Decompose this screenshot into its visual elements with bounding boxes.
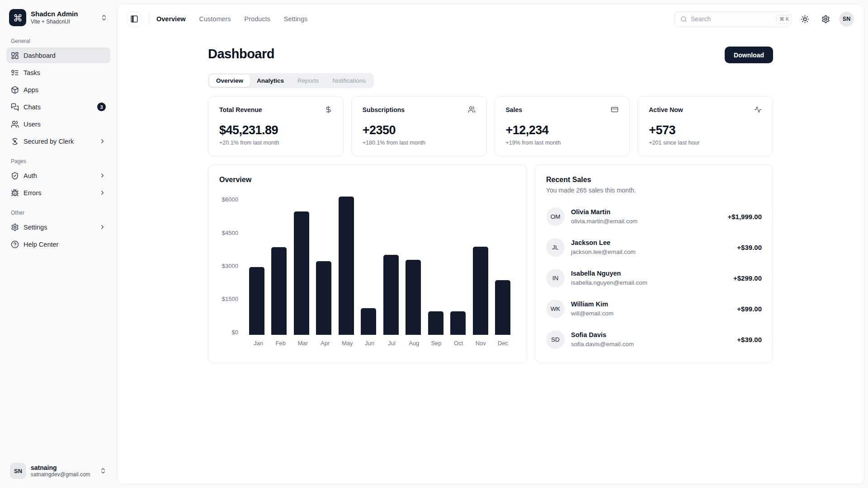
list-item: WK William Kim will@email.com +$99.00	[546, 300, 762, 318]
x-tick: Jul	[381, 340, 403, 347]
sale-customer-email: sofia.davis@email.com	[571, 340, 731, 348]
shield-icon	[11, 172, 19, 180]
x-tick: Jun	[359, 340, 381, 347]
tab-reports[interactable]: Reports	[291, 75, 326, 87]
top-nav-overview[interactable]: Overview	[156, 15, 186, 23]
download-button[interactable]: Download	[725, 47, 773, 63]
users-icon	[11, 120, 19, 128]
avatar: SD	[546, 330, 565, 349]
avatar: OM	[546, 207, 565, 226]
top-bar: Overview Customers Products Settings ⌘ K…	[117, 4, 864, 34]
recent-sales-subtitle: You made 265 sales this month.	[546, 187, 762, 194]
stat-title: Active Now	[649, 106, 683, 113]
stat-title: Total Revenue	[219, 106, 262, 113]
sidebar-item-users[interactable]: Users	[6, 116, 110, 132]
profile-avatar[interactable]: SN	[839, 12, 854, 27]
user-name: satnaing	[31, 464, 95, 472]
sidebar-item-label: Auth	[24, 172, 37, 179]
sidebar-item-apps[interactable]: Apps	[6, 82, 110, 98]
avatar: WK	[546, 300, 565, 318]
x-axis: Jan Feb Mar Apr May Jun Jul Aug Sep Oct …	[245, 340, 516, 347]
bar-jan	[249, 267, 264, 335]
tab-notifications[interactable]: Notifications	[326, 75, 373, 87]
bar-jun	[361, 308, 376, 335]
stat-card-total-revenue: Total Revenue $45,231.89 +20.1% from las…	[208, 96, 344, 156]
stat-value: +12,234	[506, 123, 619, 137]
user-email: satnaingdev@gmail.com	[31, 471, 95, 478]
top-nav-products[interactable]: Products	[245, 15, 270, 23]
sidebar-item-help-center[interactable]: Help Center	[6, 236, 110, 252]
bar-apr	[316, 261, 331, 335]
stat-cards: Total Revenue $45,231.89 +20.1% from las…	[208, 96, 773, 156]
recent-sales-title: Recent Sales	[546, 176, 762, 184]
list-item: JL Jackson Lee jackson.lee@email.com +$3…	[546, 238, 762, 257]
sidebar-toggle-button[interactable]	[127, 12, 142, 26]
sidebar-item-settings[interactable]: Settings	[6, 219, 110, 235]
chevron-right-icon	[99, 138, 106, 145]
users-icon	[468, 106, 476, 113]
sidebar-item-errors[interactable]: Errors	[6, 185, 110, 201]
tab-overview[interactable]: Overview	[209, 75, 250, 87]
command-logo-icon	[9, 9, 26, 26]
list-item: SD Sofia Davis sofia.davis@email.com +$3…	[546, 330, 762, 349]
tab-analytics[interactable]: Analytics	[250, 75, 291, 87]
app-name: Shadcn Admin	[31, 10, 96, 19]
top-nav-customers[interactable]: Customers	[199, 15, 231, 23]
y-tick: $4500	[222, 229, 238, 236]
search-input[interactable]: ⌘ K	[675, 11, 791, 27]
settings-button[interactable]	[818, 12, 833, 26]
avatar: IN	[546, 269, 565, 287]
stat-note: +201 since last hour	[649, 140, 762, 146]
stat-title: Subscriptions	[363, 106, 405, 113]
sidebar-user-menu[interactable]: SN satnaing satnaingdev@gmail.com	[6, 460, 110, 482]
bar-oct	[450, 311, 466, 335]
x-tick: Apr	[314, 340, 336, 347]
x-tick: Feb	[269, 340, 292, 347]
sale-amount: +$299.00	[733, 274, 762, 282]
avatar: JL	[546, 238, 565, 257]
chevron-right-icon	[99, 172, 106, 179]
x-tick: Nov	[470, 340, 492, 347]
sidebar-item-tasks[interactable]: Tasks	[6, 65, 110, 80]
stat-value: $45,231.89	[219, 123, 332, 137]
sidebar-item-chats[interactable]: Chats 3	[6, 99, 110, 115]
stat-note: +20.1% from last month	[219, 140, 332, 146]
bug-icon	[11, 189, 19, 197]
sidebar-item-secured-by-clerk[interactable]: Secured by Clerk	[6, 133, 110, 149]
stat-card-active-now: Active Now +573 +201 since last hour	[637, 96, 773, 156]
gear-icon	[11, 223, 19, 231]
y-tick: $6000	[222, 196, 238, 203]
sidebar-item-label: Users	[24, 121, 41, 128]
sidebar-item-label: Secured by Clerk	[24, 138, 74, 145]
sale-customer-name: Olivia Martin	[571, 208, 722, 216]
page-content: Dashboard Download Overview Analytics Re…	[208, 34, 773, 374]
bar-chart: $6000 $4500 $3000 $1500 $0	[219, 197, 516, 335]
theme-toggle-button[interactable]	[797, 12, 812, 26]
sidebar-item-auth[interactable]: Auth	[6, 168, 110, 183]
bars-plot	[244, 197, 516, 335]
sale-amount: +$99.00	[737, 305, 762, 313]
dollar-icon	[325, 106, 332, 113]
sale-customer-name: William Kim	[571, 300, 731, 309]
panel-left-icon	[130, 15, 138, 23]
stat-title: Sales	[506, 106, 523, 113]
page-title: Dashboard	[208, 47, 274, 61]
sale-customer-email: jackson.lee@email.com	[571, 248, 731, 256]
y-tick: $1500	[222, 296, 238, 302]
sidebar-item-label: Help Center	[24, 241, 58, 248]
bar-dec	[495, 280, 510, 335]
stat-value: +2350	[363, 123, 476, 137]
top-nav-settings[interactable]: Settings	[284, 15, 307, 23]
sidebar-item-dashboard[interactable]: Dashboard	[6, 47, 110, 63]
sidebar-section-other: Other	[11, 210, 106, 216]
stat-card-sales: Sales +12,234 +19% from last month	[495, 96, 630, 156]
search-field[interactable]	[691, 15, 773, 23]
sale-customer-name: Isabella Nguyen	[571, 269, 727, 278]
stat-card-subscriptions: Subscriptions +2350 +180.1% from last mo…	[351, 96, 487, 156]
apps-icon	[11, 86, 19, 94]
dashboard-icon	[11, 52, 19, 60]
workspace-switcher[interactable]: Shadcn Admin Vite + ShadcnUI	[6, 6, 110, 29]
sale-amount: +$39.00	[737, 336, 762, 343]
bar-aug	[406, 260, 421, 335]
sidebar-item-label: Apps	[24, 86, 38, 94]
